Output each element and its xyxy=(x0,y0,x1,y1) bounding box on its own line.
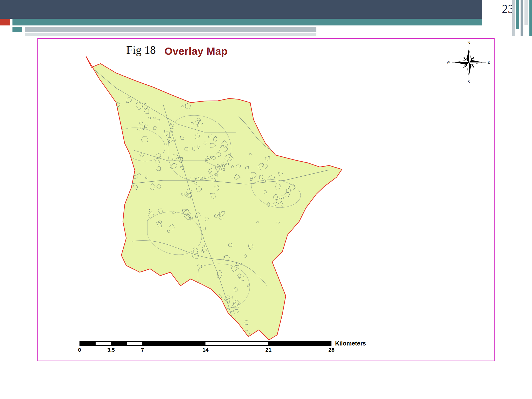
scale-tick-labels: 0 3.5 7 14 21 28 xyxy=(79,347,331,356)
corner-stripe-2 xyxy=(516,0,519,29)
scale-tick-label: 28 xyxy=(328,347,334,353)
scale-tick-label: 21 xyxy=(265,347,271,353)
compass-label-south: S xyxy=(468,80,470,84)
map-title: Overlay Map xyxy=(164,45,228,57)
corner-stripe-5 xyxy=(529,0,532,36)
scale-segment xyxy=(111,342,127,345)
corner-stripes xyxy=(512,0,532,36)
scale-segment xyxy=(143,342,206,345)
corner-stripe-1 xyxy=(512,0,515,36)
map-frame: Fig 18 Overlay Map xyxy=(37,38,495,361)
compass-rose: N E S W xyxy=(447,40,491,84)
scale-tick-label: 0 xyxy=(78,347,81,353)
scale-segment xyxy=(205,342,268,345)
compass-label-west: W xyxy=(447,60,450,64)
scale-segment xyxy=(80,342,96,345)
scale-tick-label: 7 xyxy=(141,347,144,353)
teal-accent-square xyxy=(12,27,22,32)
light-gray-stripe xyxy=(25,33,316,36)
gray-stripe xyxy=(25,27,316,32)
scale-tick-label: 14 xyxy=(202,347,208,353)
scale-unit-label: Kilometers xyxy=(335,340,366,347)
red-accent-square xyxy=(0,19,10,25)
scale-segment xyxy=(268,342,331,345)
scale-bar: 0 3.5 7 14 21 28 Kilometers xyxy=(79,341,331,356)
header-bar xyxy=(0,0,482,19)
scale-segment xyxy=(127,342,143,345)
corner-stripe-4 xyxy=(524,0,528,25)
overlay-map-svg xyxy=(38,39,495,362)
figure-label: Fig 18 xyxy=(126,43,156,57)
corner-stripe-3 xyxy=(521,0,523,36)
compass-label-east: E xyxy=(488,60,490,64)
scale-segment xyxy=(96,342,111,345)
scale-bar-segments xyxy=(79,341,331,346)
slide: 23 xyxy=(0,0,532,399)
teal-stripe xyxy=(12,19,482,25)
watershed-boundary xyxy=(86,56,342,340)
compass-star xyxy=(455,49,482,76)
scale-tick-label: 3.5 xyxy=(107,347,115,353)
compass-label-north: N xyxy=(468,41,470,45)
